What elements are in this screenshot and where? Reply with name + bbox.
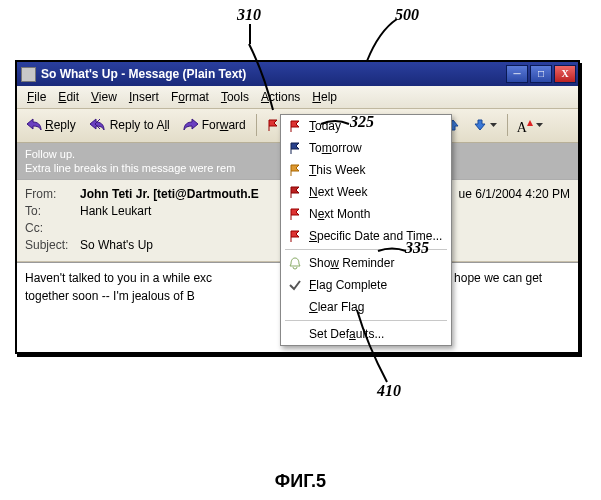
menu-next-week[interactable]: Next Week: [281, 181, 451, 203]
reply-button[interactable]: Reply: [20, 114, 82, 136]
window-title: So What's Up - Message (Plain Text): [41, 67, 246, 81]
menubar: File Edit View Insert Format Tools Actio…: [17, 86, 578, 109]
reply-all-label: Reply to All: [110, 118, 170, 132]
reply-label: Reply: [45, 118, 76, 132]
font-size-icon: A▴: [517, 115, 533, 136]
date-value: ue 6/1/2004 4:20 PM: [459, 187, 570, 201]
titlebar: So What's Up - Message (Plain Text) ─ □ …: [17, 62, 578, 86]
menu-clear-flag-label: Clear Flag: [309, 300, 364, 314]
message-window: So What's Up - Message (Plain Text) ─ □ …: [15, 60, 580, 354]
next-button[interactable]: [467, 114, 503, 136]
callout-410: 410: [377, 382, 401, 400]
menu-next-month-label: Next Month: [309, 207, 370, 221]
arrow-down-icon: [473, 118, 487, 132]
menu-edit-label: dit: [66, 90, 79, 104]
menu-tools-label: ools: [227, 90, 249, 104]
menu-actions[interactable]: Actions: [255, 88, 306, 106]
menu-today-label: Today: [309, 119, 341, 133]
flag-next-month-icon: [285, 206, 305, 222]
flag-this-week-icon: [285, 162, 305, 178]
flag-icon: [266, 118, 280, 132]
flag-today-icon: [285, 118, 305, 134]
flag-next-week-icon: [285, 184, 305, 200]
close-button[interactable]: X: [554, 65, 576, 83]
forward-label: Forward: [202, 118, 246, 132]
menu-specific[interactable]: Specific Date and Time...: [281, 225, 451, 247]
callout-500: 500: [395, 6, 419, 24]
menu-help[interactable]: Help: [306, 88, 343, 106]
menu-insert-label: nsert: [132, 90, 159, 104]
menu-set-defaults-label: Set Defaults...: [309, 327, 384, 341]
menu-view-label: iew: [99, 90, 117, 104]
menu-file[interactable]: File: [21, 88, 52, 106]
blank-icon: [285, 326, 305, 342]
flag-menu: Today Tomorrow This Week Next Week Next …: [280, 114, 452, 346]
bell-icon: [285, 255, 305, 271]
callout-310: 310: [237, 6, 261, 24]
dropdown-arrow-icon: [490, 118, 497, 132]
menu-show-reminder[interactable]: Show Reminder: [281, 252, 451, 274]
to-label: To:: [25, 204, 80, 218]
menu-tomorrow[interactable]: Tomorrow: [281, 137, 451, 159]
menu-tomorrow-label: Tomorrow: [309, 141, 362, 155]
forward-button[interactable]: Forward: [177, 114, 252, 136]
menu-separator: [285, 249, 447, 250]
menu-show-reminder-label: Show Reminder: [309, 256, 394, 270]
menu-help-label: elp: [321, 90, 337, 104]
menu-view[interactable]: View: [85, 88, 123, 106]
reply-all-button[interactable]: Reply to All: [83, 114, 176, 136]
menu-this-week-label: This Week: [309, 163, 365, 177]
separator: [256, 114, 257, 136]
cc-label: Cc:: [25, 221, 80, 235]
menu-format[interactable]: Format: [165, 88, 215, 106]
menu-next-month[interactable]: Next Month: [281, 203, 451, 225]
reply-all-icon: [89, 118, 107, 132]
check-icon: [285, 277, 305, 293]
forward-icon: [183, 118, 199, 132]
menu-clear-flag[interactable]: Clear Flag: [281, 296, 451, 318]
menu-tools[interactable]: Tools: [215, 88, 255, 106]
font-size-button[interactable]: A▴: [511, 111, 549, 140]
blank-icon: [285, 299, 305, 315]
maximize-button[interactable]: □: [530, 65, 552, 83]
reply-icon: [26, 118, 42, 132]
menu-actions-label: ctions: [269, 90, 300, 104]
minimize-button[interactable]: ─: [506, 65, 528, 83]
menu-today[interactable]: Today: [281, 115, 451, 137]
dropdown-arrow-icon: [536, 118, 543, 132]
flag-specific-icon: [285, 228, 305, 244]
separator: [507, 114, 508, 136]
menu-specific-label: Specific Date and Time...: [309, 229, 442, 243]
menu-edit[interactable]: Edit: [52, 88, 85, 106]
menu-flag-complete-label: Flag Complete: [309, 278, 387, 292]
from-label: From:: [25, 187, 80, 201]
menu-format-label: rmat: [185, 90, 209, 104]
menu-separator: [285, 320, 447, 321]
subject-label: Subject:: [25, 238, 80, 252]
flag-tomorrow-icon: [285, 140, 305, 156]
mail-icon: [21, 67, 36, 82]
menu-next-week-label: Next Week: [309, 185, 367, 199]
menu-flag-complete[interactable]: Flag Complete: [281, 274, 451, 296]
menu-set-defaults[interactable]: Set Defaults...: [281, 323, 451, 345]
body-pt1: Haven't talked to you in a while exc: [25, 271, 212, 285]
menu-file-label: ile: [34, 90, 46, 104]
menu-this-week[interactable]: This Week: [281, 159, 451, 181]
figure-label: ФИГ.5: [0, 471, 601, 492]
menu-insert[interactable]: Insert: [123, 88, 165, 106]
